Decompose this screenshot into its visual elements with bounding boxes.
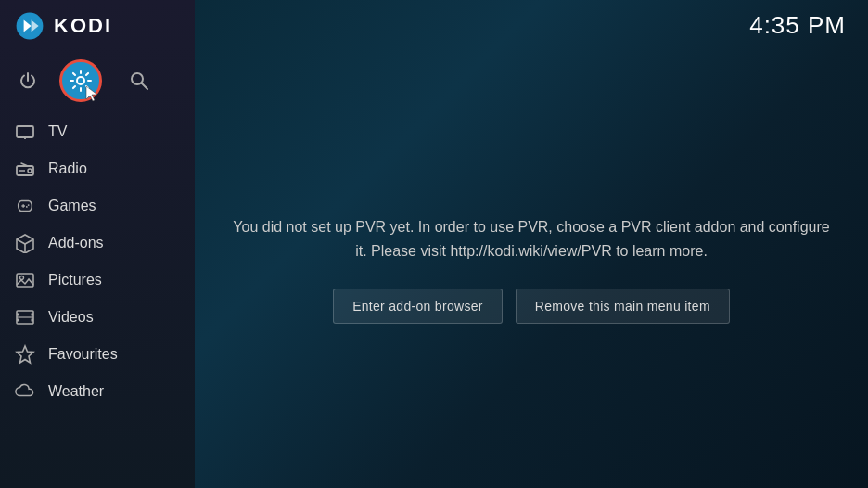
radio-icon xyxy=(15,159,35,179)
svg-rect-24 xyxy=(32,314,34,316)
sidebar-item-games[interactable]: Games xyxy=(0,187,195,225)
svg-rect-25 xyxy=(32,319,34,322)
sidebar-item-tv[interactable]: TV xyxy=(0,113,195,150)
sidebar-label-radio: Radio xyxy=(48,161,87,177)
svg-line-6 xyxy=(142,83,148,90)
app-title: KODI xyxy=(54,14,112,38)
svg-marker-27 xyxy=(17,346,33,363)
film-icon xyxy=(15,307,35,327)
sidebar-item-radio[interactable]: Radio xyxy=(0,150,195,187)
top-bar: 4:35 PM xyxy=(195,0,868,51)
enter-addon-browser-button[interactable]: Enter add-on browser xyxy=(333,289,503,324)
sidebar-nav: TV Radio xyxy=(0,113,195,479)
power-button[interactable] xyxy=(15,68,41,94)
sidebar-toolbar xyxy=(0,52,195,113)
sidebar-label-favourites: Favourites xyxy=(48,346,118,363)
sidebar-item-addons[interactable]: Add-ons xyxy=(0,225,195,262)
pvr-message: You did not set up PVR yet. In order to … xyxy=(232,215,831,263)
image-icon xyxy=(15,270,35,290)
remove-menu-item-button[interactable]: Remove this main menu item xyxy=(516,289,730,324)
kodi-logo-icon xyxy=(15,11,45,41)
tv-icon xyxy=(15,122,35,142)
svg-point-3 xyxy=(77,77,84,84)
sidebar-item-pictures[interactable]: Pictures xyxy=(0,262,195,299)
sidebar-label-videos: Videos xyxy=(48,309,94,326)
gear-icon xyxy=(69,69,93,93)
sidebar-item-weather[interactable]: Weather xyxy=(0,373,195,410)
sidebar-label-addons: Add-ons xyxy=(48,235,104,251)
svg-rect-22 xyxy=(17,314,19,316)
action-buttons: Enter add-on browser Remove this main me… xyxy=(333,289,730,324)
svg-point-11 xyxy=(28,169,32,173)
sidebar-item-favourites[interactable]: Favourites xyxy=(0,336,195,373)
sidebar-label-weather: Weather xyxy=(48,383,104,400)
sidebar-item-videos[interactable]: Videos xyxy=(0,299,195,336)
svg-point-20 xyxy=(20,276,24,280)
sidebar-label-pictures: Pictures xyxy=(48,272,102,289)
sidebar-label-tv: TV xyxy=(48,123,67,140)
svg-rect-23 xyxy=(17,319,19,322)
star-icon xyxy=(15,344,35,365)
settings-button[interactable] xyxy=(59,59,102,102)
search-icon xyxy=(129,71,149,91)
sidebar-label-games: Games xyxy=(48,198,96,214)
svg-point-17 xyxy=(26,206,28,208)
content-area: You did not set up PVR yet. In order to … xyxy=(195,51,868,488)
gamepad-icon xyxy=(15,196,35,216)
svg-rect-7 xyxy=(17,126,33,137)
main-content: 4:35 PM You did not set up PVR yet. In o… xyxy=(195,0,868,488)
app-header: KODI xyxy=(0,0,195,52)
cloud-icon xyxy=(15,381,35,402)
svg-point-16 xyxy=(28,204,30,206)
box-icon xyxy=(15,233,35,253)
power-icon xyxy=(18,71,38,91)
sidebar: KODI xyxy=(0,0,195,488)
search-button[interactable] xyxy=(126,68,152,94)
clock-display: 4:35 PM xyxy=(749,11,846,40)
